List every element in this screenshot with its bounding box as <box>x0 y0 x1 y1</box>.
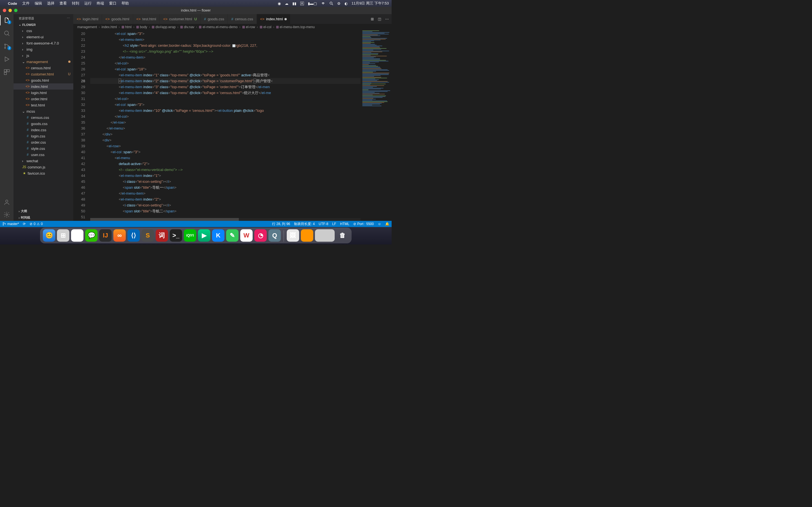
file-common-js[interactable]: JScommon.js <box>13 164 73 170</box>
file-goods.html[interactable]: <>goods.html <box>13 77 73 83</box>
folder-management[interactable]: ⌄management <box>13 59 73 65</box>
dock-player[interactable]: ▶ <box>198 229 210 242</box>
menu-run[interactable]: 运行 <box>84 1 92 6</box>
tab-goods-css[interactable]: #goods.css <box>200 14 228 24</box>
breadcrumb-item[interactable]: ⊞ el-menu-item.top-menu <box>276 25 315 29</box>
file-census.html[interactable]: <>census.html <box>13 65 73 71</box>
dock-iqiyi[interactable]: iQIYI <box>184 229 196 242</box>
eol[interactable]: LF <box>332 222 336 226</box>
run-debug-icon[interactable] <box>3 56 10 62</box>
language-mode[interactable]: HTML <box>340 222 349 226</box>
menu-window[interactable]: 窗口 <box>109 1 116 6</box>
tab-goods-html[interactable]: <>goods.html <box>102 14 133 24</box>
problems[interactable]: ⊘ 0 ⚠ 0 <box>30 222 43 226</box>
dock-trash[interactable]: 🗑 <box>336 229 349 242</box>
datetime[interactable]: 11月9日 周三 下午7:53 <box>352 1 389 6</box>
breadcrumb-item[interactable]: ⊞ el-menu.el-menu-demo <box>199 25 238 29</box>
code-area[interactable]: <el-col :span="3"> <el-menu-item> <h2 st… <box>90 30 361 221</box>
dock-green[interactable]: ✎ <box>226 229 239 242</box>
wifi-icon[interactable] <box>321 2 325 5</box>
dock-wechat[interactable]: 💬 <box>85 229 98 242</box>
git-branch[interactable]: master* <box>2 222 19 226</box>
dock-kugou[interactable]: K <box>212 229 224 242</box>
folder-css[interactable]: ›css <box>13 27 73 34</box>
dock-preview[interactable]: 🖼 <box>287 229 299 242</box>
breadcrumb-item[interactable]: ⊞ div.nav <box>180 25 194 29</box>
dock-wps[interactable]: W <box>240 229 253 242</box>
file-order.css[interactable]: #order.css <box>13 139 73 145</box>
input-method-icon[interactable]: A <box>300 2 304 5</box>
file-favicon[interactable]: ★favicon.ico <box>13 170 73 176</box>
record-icon[interactable]: ◉ <box>278 1 281 6</box>
timeline-section[interactable]: ›时间线 <box>13 214 73 221</box>
status-icon[interactable]: ▮▮ <box>292 1 296 6</box>
dock-app-orange[interactable]: ∞ <box>113 229 126 242</box>
battery-icon[interactable]: ▮▬▢ <box>308 1 317 6</box>
folder-js[interactable]: ›js <box>13 52 73 59</box>
outline-section[interactable]: ›大纲 <box>13 208 73 214</box>
tab-login-html[interactable]: <>login.html <box>73 14 102 24</box>
dock-vscode[interactable]: ⟨⟩ <box>128 229 140 242</box>
file-goods.css[interactable]: #goods.css <box>13 121 73 127</box>
dock-finder[interactable]: 😊 <box>43 229 55 242</box>
file-customer.html[interactable]: <>customer.htmlU <box>13 71 73 77</box>
folder-wechat[interactable]: ›wechat <box>13 158 73 164</box>
file-order.html[interactable]: <>order.html <box>13 96 73 102</box>
dock-pink[interactable]: ◔ <box>254 229 267 242</box>
file-login.html[interactable]: <>login.html <box>13 90 73 96</box>
breadcrumb-item[interactable]: management <box>77 25 97 29</box>
explorer-icon[interactable]: 1 <box>3 17 10 24</box>
menu-view[interactable]: 查看 <box>59 1 67 6</box>
tab-test-html[interactable]: <>test.html <box>133 14 160 24</box>
horizontal-scrollbar[interactable] <box>90 218 361 221</box>
compare-icon[interactable]: ⊞ <box>371 17 374 21</box>
folder-mcss[interactable]: ⌄mcss <box>13 108 73 114</box>
file-login.css[interactable]: #login.css <box>13 133 73 139</box>
folder-font-awesome-4.7.0[interactable]: ›font-awesome-4.7.0 <box>13 40 73 46</box>
tab-census-css[interactable]: #census.css <box>228 14 257 24</box>
file-test.html[interactable]: <>test.html <box>13 102 73 108</box>
control-center-icon[interactable]: ⚙ <box>337 1 341 6</box>
tab-index-html[interactable]: <>index.html <box>257 14 290 24</box>
breadcrumb-item[interactable]: ⊞ html <box>121 25 132 29</box>
breadcrumb-item[interactable]: ⊞ body <box>136 25 147 29</box>
tab-customer-html[interactable]: <>customer.html U <box>160 14 201 24</box>
search-icon[interactable] <box>3 30 10 37</box>
menu-file[interactable]: 文件 <box>22 1 30 6</box>
dock-launchpad[interactable]: ⊞ <box>57 229 69 242</box>
cursor-position[interactable]: 行 28, 列 96 <box>272 222 290 226</box>
dock-terminal[interactable]: >_ <box>170 229 182 242</box>
split-editor-icon[interactable]: ◫ <box>378 17 381 21</box>
app-name[interactable]: Code <box>8 1 17 6</box>
minimize-window-button[interactable] <box>8 9 12 12</box>
menu-help[interactable]: 帮助 <box>121 1 129 6</box>
source-control-icon[interactable]: 2 <box>3 43 10 50</box>
menu-edit[interactable]: 编辑 <box>35 1 42 6</box>
sync-icon[interactable]: ⟳ <box>23 222 26 226</box>
menu-selection[interactable]: 选择 <box>47 1 54 6</box>
breadcrumb-item[interactable]: ⊞ div#app.wrap <box>152 25 175 29</box>
dock-quicktime[interactable]: Q <box>268 229 281 242</box>
extensions-icon[interactable] <box>3 69 10 75</box>
dock-folder[interactable] <box>301 229 313 242</box>
close-window-button[interactable] <box>3 9 6 12</box>
file-index.html[interactable]: <>index.html <box>13 83 73 90</box>
siri-icon[interactable]: ◐ <box>345 1 348 6</box>
project-root[interactable]: ⌄FLOWER <box>13 22 73 27</box>
accounts-icon[interactable] <box>3 199 10 206</box>
menu-terminal[interactable]: 终端 <box>97 1 104 6</box>
settings-gear-icon[interactable] <box>3 211 10 218</box>
notifications-icon[interactable]: 🔔 <box>385 222 389 226</box>
file-style.css[interactable]: #style.css <box>13 145 73 152</box>
sidebar-more-icon[interactable]: ⋯ <box>67 16 70 20</box>
wechat-status-icon[interactable]: ☁ <box>285 1 289 6</box>
breadcrumb-item[interactable]: ⊞ el-col <box>260 25 271 29</box>
dock-stack[interactable] <box>315 229 335 242</box>
folder-img[interactable]: ›img <box>13 46 73 52</box>
file-index.css[interactable]: #index.css <box>13 127 73 133</box>
file-census.css[interactable]: #census.css <box>13 114 73 121</box>
dock-chrome[interactable]: ◉ <box>71 229 84 242</box>
live-server-port[interactable]: ⊘ Port : 5500 <box>353 222 374 226</box>
editor-body[interactable]: 2021222324252627282930313233343536373839… <box>73 30 392 221</box>
folder-element-ui[interactable]: ›element-ui <box>13 34 73 40</box>
